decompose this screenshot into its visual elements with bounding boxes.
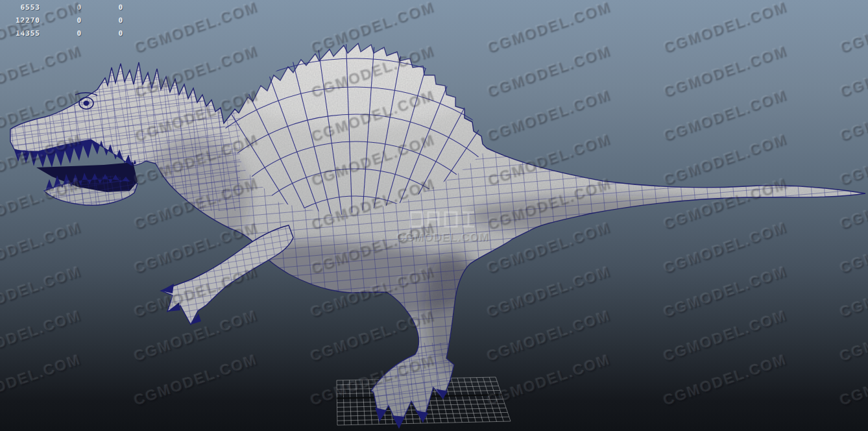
hud-value: 0 (77, 16, 82, 25)
hud-poly-count: 6553 0 0 12270 0 0 14355 0 0 (0, 3, 123, 38)
hud-row: 14355 0 0 (0, 29, 123, 38)
viewport-3d[interactable]: 6553 0 0 12270 0 0 14355 0 0 CGMODEL.COM… (0, 0, 868, 431)
spinosaurus-model[interactable] (0, 31, 868, 431)
viewport-3d-canvas[interactable] (0, 0, 868, 431)
hud-value: 0 (118, 16, 123, 25)
hud-value: 0 (77, 3, 82, 12)
hud-value: 0 (118, 3, 123, 12)
hud-row: 6553 0 0 (0, 3, 123, 12)
hud-row: 12270 0 0 (0, 16, 123, 25)
hud-value: 0 (118, 29, 123, 38)
hud-value: 14355 (16, 29, 40, 38)
hud-value: 0 (77, 29, 82, 38)
hud-value: 12270 (16, 16, 40, 25)
hud-value: 6553 (21, 3, 41, 12)
